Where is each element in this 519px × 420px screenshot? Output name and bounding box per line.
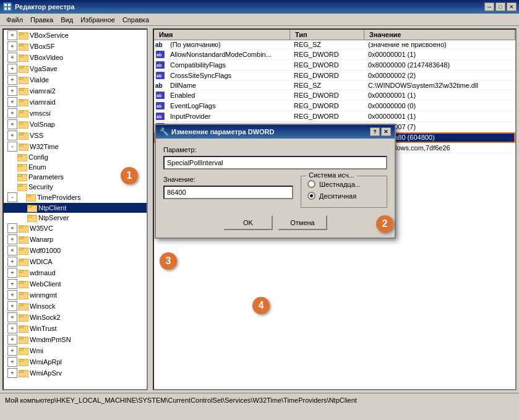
- expand-icon[interactable]: +: [7, 41, 17, 51]
- svg-rect-20: [19, 111, 23, 113]
- tree-item-webclient[interactable]: + WebClient: [4, 278, 147, 289]
- tree-item-winsock2[interactable]: + WinSock2: [4, 312, 147, 323]
- tree-item-parameters[interactable]: Parameters: [4, 172, 147, 182]
- expand-icon[interactable]: +: [7, 246, 17, 255]
- radio-dec-option[interactable]: Десятичная: [307, 192, 380, 200]
- tree-item-ntpserver[interactable]: NtpServer: [4, 213, 147, 223]
- expand-icon[interactable]: +: [7, 346, 17, 356]
- ok-button[interactable]: OK: [223, 215, 273, 230]
- radio-dec-btn[interactable]: [307, 192, 315, 200]
- reg-row-3[interactable]: ab CrossSiteSyncFlags REG_DWORD 0x000000…: [154, 71, 515, 81]
- tree-item-label: Enum: [28, 163, 46, 171]
- maximize-button[interactable]: □: [495, 2, 505, 11]
- tree-item-vboxsf[interactable]: + VBoxSF: [4, 41, 147, 52]
- tree-item-config[interactable]: Config: [4, 152, 147, 162]
- menu-edit[interactable]: Правка: [27, 15, 57, 25]
- tree-item-timeproviders[interactable]: - TimeProviders: [4, 192, 147, 203]
- tree-item-vmscsi[interactable]: + vmscsi: [4, 108, 147, 119]
- expand-icon[interactable]: +: [7, 108, 17, 118]
- reg-type: REG_DWORD: [294, 72, 368, 79]
- tree-item-vgasave[interactable]: + VgaSave: [4, 63, 147, 74]
- tree-item-wmi[interactable]: + Wmi: [4, 345, 147, 356]
- dialog-title-bar: 🔧 Изменение параметра DWORD ? ✕: [156, 125, 395, 139]
- menu-help[interactable]: Справка: [119, 15, 153, 25]
- tree-item-viamrai2[interactable]: + viamrai2: [4, 85, 147, 96]
- folder-icon: [17, 173, 27, 181]
- tree-item-label: Wanarp: [30, 236, 53, 243]
- tree-item-security[interactable]: Security: [4, 182, 147, 192]
- tree-item-vboxservice[interactable]: + VBoxService: [4, 30, 147, 41]
- tree-item-winsock[interactable]: + Winsock: [4, 301, 147, 312]
- value-input[interactable]: [163, 186, 293, 199]
- value-label: Значение:: [163, 176, 293, 183]
- tree-item-w35vc[interactable]: + W35VC: [4, 223, 147, 234]
- svg-rect-10: [19, 55, 23, 57]
- tree-item-wmdmpmsn[interactable]: + WmdmPmSN: [4, 334, 147, 345]
- tree-item-viaide[interactable]: + ViaIde: [4, 74, 147, 85]
- tree-item-wmiapsrv[interactable]: + WmiApSrv: [4, 367, 147, 379]
- expand-icon[interactable]: -: [7, 142, 17, 152]
- tree-item-wintrust[interactable]: + WinTrust: [4, 323, 147, 334]
- svg-rect-14: [19, 77, 23, 79]
- radio-hex-btn[interactable]: [307, 180, 315, 188]
- tree-item-wmiapRpl[interactable]: + WmiApRpl: [4, 356, 147, 367]
- expand-icon[interactable]: +: [7, 131, 17, 140]
- tree-item-label: NtpClient: [38, 204, 66, 212]
- reg-row-7[interactable]: ab InputProvider REG_DWORD 0x00000001 (1…: [154, 111, 515, 122]
- expand-icon[interactable]: +: [7, 312, 17, 322]
- expand-icon[interactable]: +: [7, 335, 17, 345]
- tree-item-winmgmt[interactable]: + winmgmt: [4, 289, 147, 301]
- tree-item-wdmaud[interactable]: + wdmaud: [4, 267, 147, 278]
- expand-icon[interactable]: +: [7, 290, 17, 300]
- tree-item-ntpclient[interactable]: NtpClient: [4, 203, 147, 213]
- expand-icon[interactable]: +: [7, 234, 17, 244]
- menu-view[interactable]: Вид: [57, 15, 77, 25]
- expand-icon[interactable]: +: [7, 53, 17, 62]
- dword-dialog[interactable]: 🔧 Изменение параметра DWORD ? ✕ Параметр…: [155, 124, 396, 239]
- close-button[interactable]: ✕: [507, 2, 517, 11]
- reg-row-5[interactable]: ab Enabled REG_DWORD 0x00000001 (1): [154, 90, 515, 101]
- splitter[interactable]: [148, 26, 150, 393]
- reg-row-dllname[interactable]: ab DllName REG_SZ C:\WINDOWS\system32\w3…: [154, 81, 515, 90]
- tree-item-volsnap[interactable]: + VolSnap: [4, 119, 147, 130]
- expand-icon[interactable]: +: [7, 86, 17, 96]
- dialog-close-button[interactable]: ✕: [381, 127, 391, 136]
- tree-item-wdica[interactable]: + WDICA: [4, 256, 147, 267]
- expand-icon[interactable]: +: [7, 368, 17, 378]
- expand-icon[interactable]: +: [7, 75, 17, 85]
- tree-item-vss[interactable]: + VSS: [4, 130, 147, 141]
- expand-icon[interactable]: +: [7, 223, 17, 233]
- expand-icon[interactable]: +: [7, 119, 17, 129]
- reg-row-default[interactable]: ab (По умолчанию) REG_SZ (значение не пр…: [154, 40, 515, 49]
- expand-icon[interactable]: +: [7, 357, 17, 367]
- tree-item-label: VSS: [30, 132, 43, 139]
- menu-file[interactable]: Файл: [2, 15, 27, 25]
- tree-item-vboxvideo[interactable]: + VBoxVideo: [4, 52, 147, 63]
- expand-icon[interactable]: +: [7, 279, 17, 289]
- expand-icon[interactable]: +: [7, 97, 17, 107]
- tree-item-enum[interactable]: Enum: [4, 162, 147, 172]
- menu-favorites[interactable]: Избранное: [77, 15, 119, 25]
- registry-header: Имя Тип Значение: [154, 30, 515, 40]
- expand-icon[interactable]: +: [7, 257, 17, 267]
- reg-row-6[interactable]: ab EventLogFlags REG_DWORD 0x00000000 (0…: [154, 101, 515, 111]
- reg-value: 0x80000000 (2147483648): [368, 61, 514, 69]
- expand-icon[interactable]: +: [7, 268, 17, 278]
- tree-item-w32time[interactable]: - W32Time: [4, 141, 147, 152]
- tree-scroll[interactable]: + VBoxService + VBoxSF +: [4, 30, 147, 389]
- param-input[interactable]: [163, 156, 387, 169]
- radio-hex-option[interactable]: Шестнадца...: [307, 180, 380, 188]
- tree-item-wanarp[interactable]: + Wanarp: [4, 234, 147, 245]
- tree-item-viamraid[interactable]: + viamraid: [4, 96, 147, 108]
- reg-row-2[interactable]: ab CompatibilityFlags REG_DWORD 0x800000…: [154, 60, 515, 71]
- reg-row-1[interactable]: ab AllowNonstandardModeCombin... REG_DWO…: [154, 49, 515, 60]
- expand-icon[interactable]: +: [7, 324, 17, 333]
- expand-icon[interactable]: +: [7, 64, 17, 74]
- minimize-button[interactable]: ─: [484, 2, 494, 11]
- expand-icon[interactable]: +: [7, 301, 17, 311]
- expand-icon[interactable]: -: [7, 192, 17, 202]
- dialog-help-button[interactable]: ?: [370, 127, 380, 136]
- expand-icon[interactable]: +: [7, 30, 17, 40]
- cancel-button[interactable]: Отмена: [278, 215, 327, 230]
- tree-item-wdf01000[interactable]: + Wdf01000: [4, 245, 147, 256]
